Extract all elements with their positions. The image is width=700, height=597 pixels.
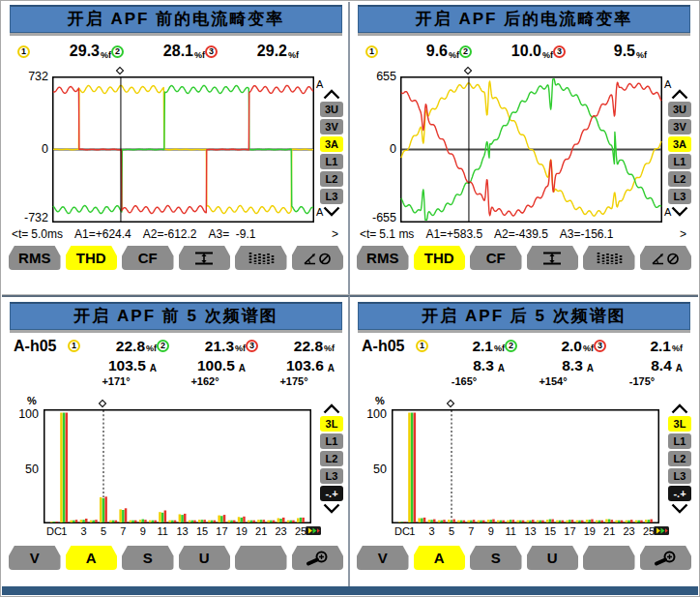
side-button-l3[interactable]: L3 — [320, 189, 343, 204]
side-button--.+[interactable]: -.+ — [668, 486, 691, 501]
harmonic-tick-23: 23 — [621, 525, 638, 537]
next-harmonics-button[interactable] — [306, 526, 321, 535]
harmonic-tick-21: 21 — [600, 525, 618, 537]
harmonic-tick-15: 15 — [193, 525, 211, 537]
amp-unit: A — [150, 363, 157, 375]
channel-2-badge: 2 — [505, 340, 517, 352]
next-arrow[interactable]: > — [332, 227, 338, 241]
side-button-l1[interactable]: L1 — [320, 154, 343, 169]
thd-button[interactable]: THD — [414, 246, 466, 270]
cursor-marker-icon[interactable] — [464, 67, 472, 75]
waveform-chart — [400, 76, 662, 223]
harmonic-axis-labels: DC135791113151719212325 — [44, 525, 311, 538]
y-axis-max: 655 — [358, 70, 396, 83]
amp-unit: A — [498, 363, 505, 375]
side-button-3v[interactable]: 3V — [320, 119, 343, 134]
zoom-plus-button[interactable] — [640, 546, 692, 570]
side-button-3l[interactable]: 3L — [668, 416, 691, 432]
a-button[interactable]: A — [66, 546, 118, 570]
percent-unit: %f — [235, 343, 246, 355]
scroll-down-button[interactable] — [322, 503, 341, 514]
s-button[interactable]: S — [470, 546, 522, 570]
harmonic-tick-15: 15 — [541, 525, 559, 537]
harmonic-tick-3: 3 — [423, 525, 441, 537]
cursor-marker-icon[interactable] — [447, 400, 454, 407]
scroll-down-button[interactable] — [670, 206, 689, 217]
harmonic-tick-19: 19 — [233, 525, 250, 537]
panel-title: 开启 APF 后 5 次频谱图 — [358, 302, 690, 330]
rms-button[interactable]: RMS — [357, 246, 409, 270]
bottom-status-strip — [2, 586, 698, 595]
side-button-l3[interactable]: L3 — [668, 189, 691, 204]
harmonic-tick-3: 3 — [75, 525, 93, 537]
side-button-l1[interactable]: L1 — [668, 154, 691, 169]
a-button[interactable]: A — [414, 546, 466, 570]
s-button[interactable]: S — [122, 546, 174, 570]
cursor-time-label[interactable]: <t= — [360, 227, 376, 241]
side-button-l3[interactable]: L3 — [668, 468, 691, 484]
peak-to-peak-button[interactable] — [179, 246, 231, 270]
scroll-down-button[interactable] — [322, 206, 341, 217]
side-button-l1[interactable]: L1 — [320, 433, 343, 449]
side-button-l3[interactable]: L3 — [320, 468, 343, 484]
side-button--.+[interactable]: -.+ — [320, 486, 343, 501]
side-button-l2[interactable]: L2 — [668, 171, 691, 187]
u-button[interactable]: U — [179, 546, 231, 570]
phasor-button[interactable] — [292, 246, 344, 270]
scroll-down-button[interactable] — [670, 503, 689, 514]
scroll-up-button[interactable] — [322, 403, 341, 414]
h05-percent: 22.8 — [80, 338, 145, 355]
thd-readings: 1 29.3 %f 2 28.1 %f 3 29.2 %f — [17, 41, 317, 62]
cursor-time-label[interactable]: <t= — [12, 227, 28, 241]
side-button-3a[interactable]: 3A — [668, 136, 691, 152]
side-button-3l[interactable]: 3L — [320, 416, 343, 432]
thd-button[interactable]: THD — [66, 246, 118, 270]
side-button-3u[interactable]: 3U — [668, 102, 691, 117]
h05-phase-1: 12.1%f 8.3A -165° — [416, 337, 505, 388]
v-button[interactable]: V — [357, 546, 409, 570]
blank-button[interactable] — [235, 546, 287, 570]
harmonic-bars-button[interactable] — [235, 246, 287, 270]
y-axis-min: -655 — [358, 211, 396, 224]
h05-phase-3: 322.8%f 103.6A +175° — [246, 337, 335, 388]
side-button-l2[interactable]: L2 — [320, 171, 343, 187]
softkey-row: VASU — [9, 546, 343, 571]
side-button-3a[interactable]: 3A — [320, 136, 343, 152]
next-arrow[interactable]: > — [680, 227, 686, 241]
thd-value: 9.6 — [378, 43, 448, 60]
next-harmonics-button[interactable] — [654, 526, 669, 535]
peak-to-peak-button[interactable] — [527, 246, 579, 270]
side-button-l2[interactable]: L2 — [668, 451, 691, 466]
h05-amps: 8.3 — [429, 357, 494, 374]
cf-button[interactable]: CF — [470, 246, 522, 270]
channel-2-badge: 2 — [111, 45, 124, 58]
status-bar: <t= 5.0ms A1=+624.4 A2=-612.2 A3= -9.1 > — [12, 227, 340, 241]
cursor-marker-icon[interactable] — [116, 67, 124, 75]
u-button[interactable]: U — [527, 546, 579, 570]
side-button-l1[interactable]: L1 — [668, 433, 691, 449]
h05-amps: 8.4 — [607, 357, 672, 374]
side-button-3v[interactable]: 3V — [668, 119, 691, 134]
softkey-row: RMSTHDCF — [9, 246, 343, 271]
display-mode-sidebar: 3U3V3AL1L2L3 — [665, 89, 694, 217]
side-button-3u[interactable]: 3U — [320, 102, 343, 117]
h05-percent: 2.1 — [606, 338, 671, 355]
phasor-button[interactable] — [640, 246, 692, 270]
blank-button[interactable] — [583, 546, 635, 570]
side-button-l2[interactable]: L2 — [320, 451, 343, 466]
cf-button[interactable]: CF — [122, 246, 174, 270]
scroll-up-button[interactable] — [670, 403, 689, 414]
h05-angle: +154° — [505, 375, 594, 388]
v-button[interactable]: V — [9, 546, 61, 570]
spectrum-chart — [392, 409, 659, 523]
rms-button[interactable]: RMS — [9, 246, 61, 270]
scroll-up-button[interactable] — [670, 89, 689, 100]
h05-percent: 2.1 — [428, 338, 493, 355]
cursor-marker-icon[interactable] — [99, 400, 106, 407]
harmonic-readings: A-h05 122.8%f 103.5A +171° 221.3%f 100.5… — [14, 337, 335, 388]
analyzer-screen: 开启 APF 前的电流畸变率 1 29.3 %f 2 28.1 %f 3 29.… — [0, 0, 700, 597]
scroll-up-button[interactable] — [322, 89, 341, 100]
zoom-plus-button[interactable] — [292, 546, 344, 570]
harmonic-bars-button[interactable] — [583, 246, 635, 270]
harmonic-tick-1: 1 — [403, 525, 421, 537]
